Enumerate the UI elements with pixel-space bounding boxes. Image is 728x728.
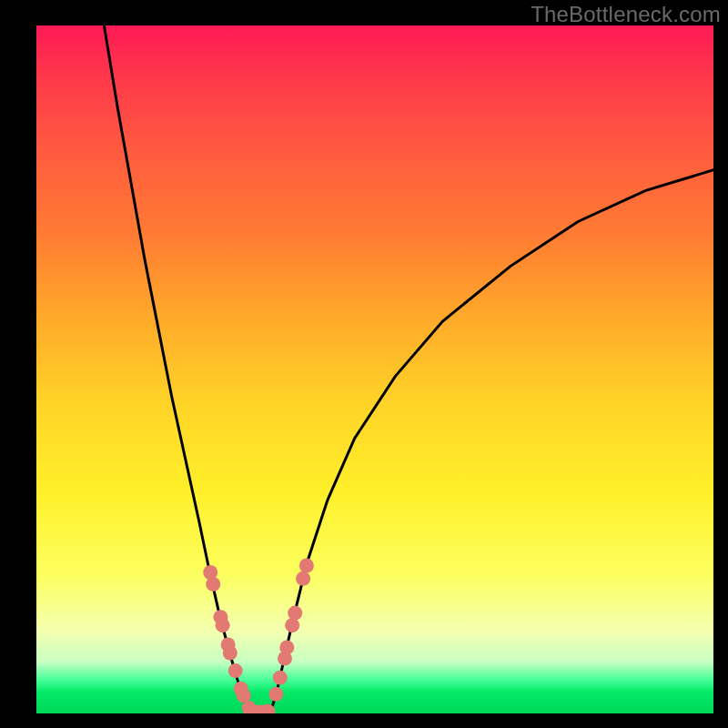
highlight-dot [296, 571, 310, 586]
highlight-dot [223, 646, 238, 661]
highlight-dot [206, 577, 220, 592]
highlight-dot [216, 618, 230, 632]
watermark-text: TheBottleneck.com [531, 2, 721, 27]
highlight-dot [273, 671, 288, 685]
highlight-dot [228, 663, 243, 678]
curve-right-branch [270, 170, 713, 713]
highlight-dot [299, 559, 314, 573]
marker-layer [203, 559, 314, 714]
highlight-dot [279, 640, 294, 654]
chart-svg [36, 25, 713, 713]
highlight-dot [268, 687, 283, 702]
highlight-dot [237, 688, 251, 703]
curve-left-branch [104, 25, 248, 713]
curve-layer [104, 25, 713, 713]
highlight-dot [285, 618, 299, 632]
chart-frame: TheBottleneck.com [0, 0, 728, 728]
highlight-dot [288, 606, 302, 621]
